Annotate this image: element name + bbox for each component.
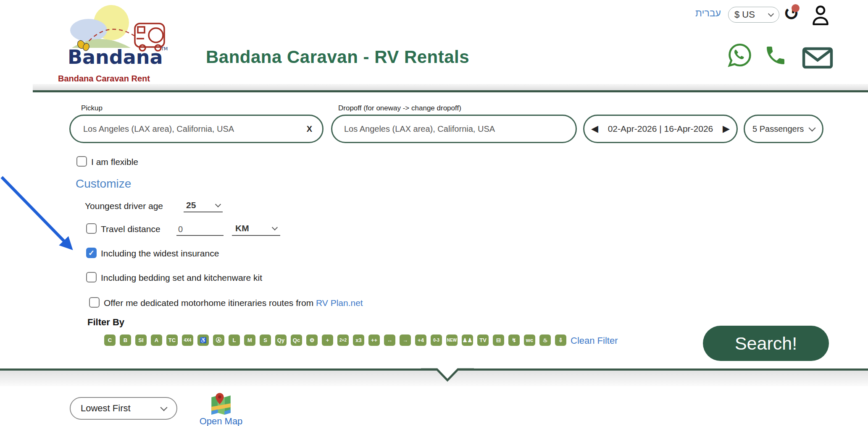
family-plus-icon[interactable]: ++ (368, 335, 380, 346)
distance-value: 0 (178, 225, 183, 234)
class-tc-icon[interactable]: TC (166, 335, 178, 346)
dates-value: 02-Apr-2026 | 16-Apr-2026 (608, 124, 713, 134)
map-icon (209, 391, 233, 416)
logo-subtitle: Bandana Caravan Rent (58, 74, 176, 84)
distance-label: Travel distance (101, 224, 160, 234)
mail-icon (802, 47, 834, 69)
divider-notch (421, 366, 474, 386)
chevron-down-icon (215, 201, 221, 207)
phone-button[interactable] (764, 44, 787, 67)
offer-link[interactable]: RV Plan.net (316, 298, 363, 308)
shower-icon[interactable]: ♨ (539, 335, 551, 346)
dump-rv-icon[interactable]: ⇩ (555, 335, 566, 346)
whatsapp-icon (727, 42, 753, 68)
dropoff-value: Los Angeles (LAX area), California, USA (344, 124, 495, 134)
insurance-checkbox[interactable]: ✓ (86, 248, 97, 258)
insurance-label: Including the widest insurance (101, 248, 219, 259)
logo-art: Bandana TM (57, 1, 170, 71)
email-button[interactable] (802, 47, 834, 69)
language-link[interactable]: עברית (695, 8, 721, 19)
person-icon (810, 3, 831, 26)
automatic-transmission-icon[interactable]: Ⓐ (213, 335, 224, 346)
distance-unit-select[interactable]: KM (232, 222, 280, 236)
search-button-label: Search! (735, 333, 797, 354)
small-rv-icon[interactable]: S (260, 335, 271, 346)
offer-checkbox[interactable] (89, 297, 100, 308)
pickup-value: Los Angeles (LAX area), California, USA (83, 124, 234, 134)
driver-age-label: Youngest driver age (85, 201, 163, 211)
offer-label: Offer me dedicated motorhome itineraries… (104, 298, 363, 308)
distance-input[interactable]: 0 (176, 222, 224, 236)
sort-select[interactable]: Lowest First (70, 397, 177, 420)
class-a-icon[interactable]: A (151, 335, 162, 346)
class-si-icon[interactable]: SI (135, 335, 147, 346)
account-button[interactable] (810, 3, 831, 26)
chevron-down-icon (272, 224, 278, 230)
distance-unit-value: KM (235, 223, 249, 233)
chevron-down-icon (160, 404, 168, 411)
seats-2plus2-icon[interactable]: 2+2 (337, 335, 349, 346)
svg-text:Bandana: Bandana (68, 46, 163, 68)
annotation-arrow (0, 173, 88, 261)
wheelchair-accessible-icon[interactable]: ♿ (197, 335, 209, 346)
sort-value: Lowest First (81, 403, 131, 414)
dates-next-icon[interactable]: ▶ (723, 123, 730, 134)
bedding-checkbox[interactable] (86, 272, 97, 282)
logo[interactable]: Bandana TM (57, 1, 170, 71)
dates-field[interactable]: ◀ 02-Apr-2026 | 16-Apr-2026 ▶ (583, 115, 738, 143)
passengers-value: 5 Passengers (752, 124, 804, 134)
bedding-label: Including bedding set and kitchenware ki… (101, 273, 262, 283)
header-divider (33, 84, 868, 92)
trademark: TM (160, 46, 168, 52)
checkmark-icon: ✓ (88, 248, 95, 258)
wc-icon[interactable]: wc (524, 335, 535, 346)
search-button[interactable]: Search! (703, 326, 829, 361)
large-rv-icon[interactable]: L (229, 335, 240, 346)
filter-title: Filter By (87, 317, 124, 328)
two-people-icon[interactable]: ♟♟ (462, 335, 473, 346)
open-map-link[interactable]: Open Map (197, 416, 245, 426)
notification-badge (792, 4, 800, 12)
driver-age-value: 25 (186, 200, 196, 210)
phone-icon (764, 44, 787, 67)
flexible-checkbox[interactable] (76, 156, 87, 167)
flexible-label: I am flexible (91, 157, 138, 167)
seats-x3-icon[interactable]: x3 (353, 335, 364, 346)
pickup-clear-icon[interactable]: X (307, 124, 312, 134)
bunk-bed-icon[interactable]: ⊟ (493, 335, 504, 346)
person-plus-icon[interactable]: + (322, 335, 333, 346)
class-b-icon[interactable]: B (120, 335, 131, 346)
clean-filter-link[interactable]: Clean Filter (571, 335, 618, 346)
gear-icon[interactable]: ⚙ (306, 335, 318, 346)
chevron-down-icon (809, 124, 816, 131)
driver-age-select[interactable]: 25 (184, 199, 223, 212)
bed-width-icon[interactable]: ↔ (384, 335, 395, 346)
offer-label-text: Offer me dedicated motorhome itineraries… (104, 298, 313, 308)
dropoff-field[interactable]: Los Angeles (LAX area), California, USA (331, 115, 577, 143)
dates-prev-icon[interactable]: ◀ (591, 123, 598, 134)
medium-rv-icon[interactable]: M (244, 335, 255, 346)
quality-c-icon[interactable]: Qc (291, 335, 302, 346)
tv-icon[interactable]: TV (477, 335, 489, 346)
currency-value: $ US (734, 9, 755, 20)
history-button[interactable]: ↺ (780, 2, 803, 25)
offroad-4x4-icon[interactable]: 4X4 (182, 335, 193, 346)
chevron-down-icon (768, 10, 774, 16)
currency-select[interactable]: $ US (728, 7, 779, 23)
dropoff-label: Dropoff (for oneway -> change dropoff) (338, 104, 461, 112)
pickup-label: Pickup (81, 104, 103, 112)
passengers-field[interactable]: 5 Passengers (744, 115, 823, 143)
oneway-rv-icon[interactable]: → (400, 335, 411, 346)
customize-link[interactable]: Customize (76, 177, 131, 191)
distance-checkbox[interactable] (86, 223, 97, 234)
page: Bandana TM Bandana Caravan Rent Bandana … (0, 0, 868, 426)
map-button[interactable] (209, 391, 233, 416)
class-c-icon[interactable]: C (104, 335, 116, 346)
toddler-0-3-icon[interactable]: 0-3 (431, 335, 442, 346)
power-icon[interactable]: ↯ (508, 335, 520, 346)
quality-y-icon[interactable]: Qy (275, 335, 287, 346)
extra-4-seats-rv-icon[interactable]: +4 (415, 335, 426, 346)
pickup-field[interactable]: Los Angeles (LAX area), California, USA … (69, 115, 324, 143)
whatsapp-button[interactable] (727, 42, 753, 68)
new-rv-icon[interactable]: NEW (446, 335, 458, 346)
